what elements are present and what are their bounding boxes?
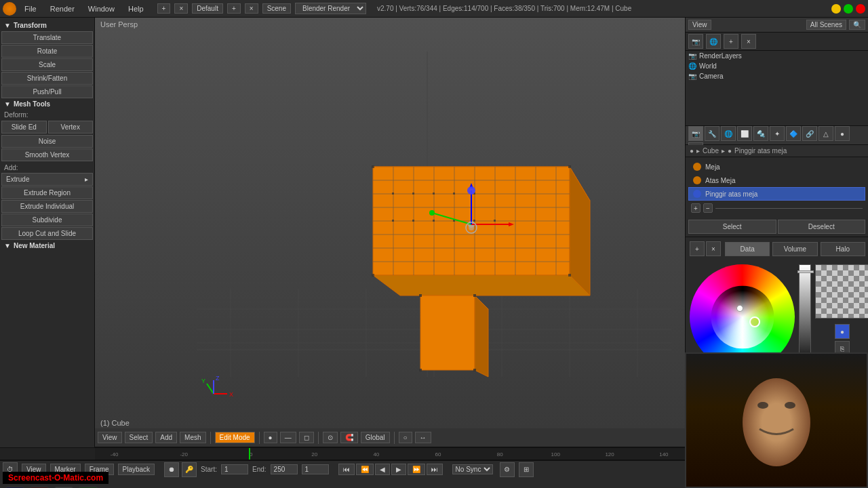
play-back-btn[interactable]: ◀ [375, 464, 390, 475]
volume-tab[interactable]: Volume [772, 242, 817, 256]
extrude-region-btn[interactable]: Extrude Region [1, 186, 93, 199]
timeline-playback-btn[interactable]: Playback [118, 464, 155, 475]
vertex-btn[interactable]: Vertex [48, 121, 94, 134]
extrude-individual-btn[interactable]: Extrude Individual [1, 200, 93, 213]
outliner-icon-2[interactable]: 🌐 [706, 34, 721, 49]
scene-add-btn[interactable]: + [227, 3, 241, 14]
loop-cut-slide-btn[interactable]: Loop Cut and Slide [1, 227, 93, 240]
proportional-btn[interactable]: ○ [399, 432, 412, 443]
color-active-icon[interactable]: ● [835, 324, 850, 339]
face-mode-btn[interactable]: ◻ [299, 432, 314, 443]
add-menu-btn[interactable]: Add [155, 432, 177, 443]
snap-btn[interactable]: 🧲 [340, 432, 358, 443]
prev-frame-btn[interactable]: ⏪ [356, 464, 374, 475]
tick-120: 120 [605, 451, 614, 458]
scene-remove-btn[interactable]: × [245, 3, 258, 14]
slide-edge-btn[interactable]: Slide Ed [1, 121, 47, 134]
data-tab-icon2[interactable]: × [706, 241, 721, 256]
color-wheel-cursor[interactable] [749, 317, 760, 327]
record-btn[interactable]: ⏺ [164, 462, 179, 477]
menu-render[interactable]: Render [47, 3, 77, 14]
material-slot-pinggir[interactable]: Pinggir atas meja [688, 187, 865, 201]
next-frame-btn[interactable]: ⏩ [408, 464, 425, 475]
pivot-btn[interactable]: ⊙ [323, 432, 338, 443]
close-btn[interactable] [856, 4, 865, 14]
prop-material-icon[interactable]: ● [835, 126, 850, 141]
translate-btn[interactable]: Translate [1, 31, 93, 44]
maximize-btn[interactable] [844, 4, 853, 14]
edit-mode-btn[interactable]: Edit Mode [215, 432, 255, 443]
noise-btn[interactable]: Noise [1, 135, 93, 148]
jump-start-btn[interactable]: ⏮ [338, 464, 355, 475]
outliner-icon-1[interactable]: 📷 [688, 34, 703, 49]
prop-data-icon[interactable]: △ [818, 126, 833, 141]
viewport[interactable]: User Persp [95, 18, 685, 447]
workspace-remove-btn[interactable]: × [174, 3, 188, 14]
outliner-item-world[interactable]: 🌐 World [686, 61, 868, 71]
prop-constraints-icon[interactable]: 🔗 [802, 126, 817, 141]
rotate-btn[interactable]: Rotate [1, 45, 93, 58]
view-menu-btn[interactable]: View [98, 432, 122, 443]
outliner-view-btn[interactable]: View [688, 20, 711, 30]
prop-modifiers-icon[interactable]: 🔩 [753, 126, 768, 141]
start-frame-input[interactable] [221, 464, 248, 474]
prop-physics-icon[interactable]: 🔷 [786, 126, 801, 141]
data-tab-icon1[interactable]: + [690, 241, 705, 256]
scale-btn[interactable]: Scale [1, 58, 93, 71]
outliner-item-renderlayers[interactable]: 📷 RenderLayers [686, 51, 868, 61]
end-frame-input[interactable] [271, 464, 298, 474]
outliner-del-btn[interactable]: × [741, 34, 756, 49]
autokey-btn[interactable]: 🔑 [182, 462, 197, 477]
menu-window[interactable]: Window [85, 3, 117, 14]
outliner-search-btn[interactable]: 🔍 [849, 20, 865, 30]
edge-mode-btn[interactable]: — [280, 432, 296, 443]
prop-object-icon[interactable]: ⬜ [737, 126, 752, 141]
material-slot-atas-meja[interactable]: Atas Meja [688, 174, 865, 187]
material-slot-meja[interactable]: Meja [688, 160, 865, 174]
outliner-item-camera[interactable]: 📷 Camera [686, 71, 868, 81]
tick-60: 60 [435, 451, 441, 458]
breadcrumb-cube[interactable]: Cube [703, 147, 719, 155]
extrude-dropdown[interactable]: Extrude ▸ [1, 173, 93, 186]
render-engine-select[interactable]: Blender Render [295, 3, 366, 14]
jump-end-btn[interactable]: ⏭ [427, 464, 443, 475]
current-frame-input[interactable] [302, 464, 329, 474]
menu-file[interactable]: File [22, 3, 39, 14]
breadcrumb-object[interactable]: ● [690, 147, 694, 155]
new-material-section-header[interactable]: ▼ New Material [1, 241, 93, 251]
color-wheel-dot[interactable] [736, 305, 743, 312]
menu-help[interactable]: Help [125, 3, 146, 14]
deselect-btn[interactable]: Deselect [778, 220, 866, 234]
mesh-menu-btn[interactable]: Mesh [180, 432, 205, 443]
timeline-settings-btn[interactable]: ⚙ [500, 462, 515, 477]
prop-render-icon[interactable]: 📷 [688, 126, 703, 141]
mirror-btn[interactable]: ↔ [415, 432, 431, 443]
prop-particles-icon[interactable]: ✦ [770, 126, 785, 141]
halo-tab[interactable]: Halo [821, 242, 865, 256]
minimize-btn[interactable] [831, 4, 841, 14]
shrink-fatten-btn[interactable]: Shrink/Fatten [1, 72, 93, 85]
all-scenes-btn[interactable]: All Scenes [806, 20, 846, 30]
select-menu-btn[interactable]: Select [125, 432, 153, 443]
prop-world-icon[interactable]: 🌐 [721, 126, 736, 141]
mat-remove-btn[interactable]: − [703, 203, 713, 213]
transform-section-header[interactable]: ▼ Transform [1, 20, 93, 30]
smooth-vertex-btn[interactable]: Smooth Vertex [1, 148, 93, 161]
scene-name[interactable]: Scene [262, 3, 291, 14]
outliner-add-btn[interactable]: + [724, 34, 738, 49]
sync-mode-select[interactable]: No Sync [452, 464, 493, 474]
push-pull-btn[interactable]: Push/Pull [1, 85, 93, 98]
data-tab[interactable]: Data [725, 242, 770, 256]
mat-add-btn[interactable]: + [691, 203, 701, 213]
timeline-extra-btn[interactable]: ⊞ [519, 462, 534, 477]
play-btn[interactable]: ▶ [391, 464, 406, 475]
global-btn[interactable]: Global [361, 432, 390, 443]
breadcrumb-slot[interactable]: ● [728, 147, 732, 155]
select-btn[interactable]: Select [688, 220, 776, 234]
prop-scene-icon[interactable]: 🔧 [705, 126, 719, 141]
workspace-add-btn[interactable]: + [157, 3, 171, 14]
vertex-mode-btn[interactable]: ● [264, 432, 277, 443]
workspace-name[interactable]: Default [192, 3, 223, 14]
subdivide-btn[interactable]: Subdivide [1, 214, 93, 226]
mesh-tools-section-header[interactable]: ▼ Mesh Tools [1, 99, 93, 109]
